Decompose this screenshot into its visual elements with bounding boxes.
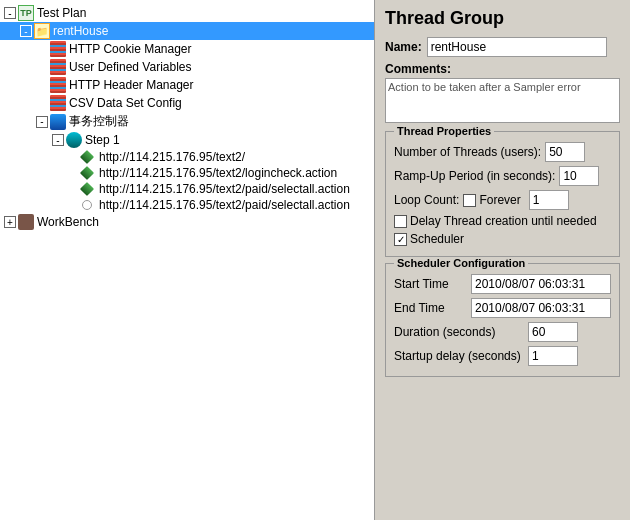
toggle-step1[interactable]: - [52, 134, 64, 146]
delay-checkbox[interactable] [394, 215, 407, 228]
url4-icon [82, 200, 92, 210]
thread-properties-title: Thread Properties [394, 125, 494, 137]
folder-icon: 📁 [34, 23, 50, 39]
tree-item-controller[interactable]: - 事务控制器 [0, 112, 374, 131]
http-cookie-icon [50, 41, 66, 57]
step1-icon [66, 132, 82, 148]
tree-item-workbench[interactable]: + WorkBench [0, 213, 374, 231]
tree-item-url1[interactable]: http://114.215.176.95/text2/ [0, 149, 374, 165]
loopcount-input[interactable] [529, 190, 569, 210]
startup-delay-label: Startup delay (seconds) [394, 349, 524, 363]
starttime-row: Start Time [394, 274, 611, 294]
tree-item-http-cookie[interactable]: HTTP Cookie Manager [0, 40, 374, 58]
url2-icon [80, 166, 94, 180]
tree-item-url2[interactable]: http://114.215.176.95/text2/logincheck.a… [0, 165, 374, 181]
tree-label-csv-data: CSV Data Set Config [69, 96, 182, 110]
tree-item-http-header[interactable]: HTTP Header Manager [0, 76, 374, 94]
name-input[interactable] [427, 37, 607, 57]
scheduler-label: Scheduler [410, 232, 464, 246]
tree-label-url2: http://114.215.176.95/text2/logincheck.a… [99, 166, 337, 180]
right-panel: Thread Group Name: Comments: Action to b… [375, 0, 630, 520]
tree-item-test-plan[interactable]: - TP Test Plan [0, 4, 374, 22]
tree-label-user-vars: User Defined Variables [69, 60, 192, 74]
thread-properties-section: Thread Properties Number of Threads (use… [385, 131, 620, 257]
startup-delay-row: Startup delay (seconds) [394, 346, 611, 366]
url1-icon [80, 150, 94, 164]
threads-label: Number of Threads (users): [394, 145, 541, 159]
tree-item-url4[interactable]: http://114.215.176.95/text2/paid/selecta… [0, 197, 374, 213]
forever-label: Forever [479, 193, 520, 207]
toggle-test-plan[interactable]: - [4, 7, 16, 19]
error-action-box: Action to be taken after a Sampler error [385, 78, 620, 123]
error-action-text: Action to be taken after a Sampler error [388, 81, 581, 93]
rampup-row: Ramp-Up Period (in seconds): [394, 166, 611, 186]
threads-input[interactable] [545, 142, 585, 162]
tree-item-csv-data[interactable]: CSV Data Set Config [0, 94, 374, 112]
delay-label: Delay Thread creation until needed [410, 214, 597, 228]
csv-data-icon [50, 95, 66, 111]
tree-label-controller: 事务控制器 [69, 113, 129, 130]
threads-row: Number of Threads (users): [394, 142, 611, 162]
toggle-rent-house[interactable]: - [20, 25, 32, 37]
tree-item-url3[interactable]: http://114.215.176.95/text2/paid/selecta… [0, 181, 374, 197]
testplan-icon: TP [18, 5, 34, 21]
user-vars-icon [50, 59, 66, 75]
workbench-icon [18, 214, 34, 230]
scheduler-config-section: Scheduler Configuration Start Time End T… [385, 263, 620, 377]
loopcount-label: Loop Count: [394, 193, 459, 207]
scheduler-row: Scheduler [394, 232, 611, 246]
duration-input[interactable] [528, 322, 578, 342]
rampup-input[interactable] [559, 166, 599, 186]
endtime-label: End Time [394, 301, 467, 315]
endtime-input[interactable] [471, 298, 611, 318]
tree-item-user-vars[interactable]: User Defined Variables [0, 58, 374, 76]
delay-row: Delay Thread creation until needed [394, 214, 611, 228]
url3-icon [80, 182, 94, 196]
forever-checkbox[interactable] [463, 194, 476, 207]
rampup-label: Ramp-Up Period (in seconds): [394, 169, 555, 183]
duration-row: Duration (seconds) [394, 322, 611, 342]
toggle-controller[interactable]: - [36, 116, 48, 128]
toggle-workbench[interactable]: + [4, 216, 16, 228]
tree-label-workbench: WorkBench [37, 215, 99, 229]
endtime-row: End Time [394, 298, 611, 318]
tree-label-rent-house: rentHouse [53, 24, 108, 38]
tree-item-rent-house[interactable]: - 📁 rentHouse [0, 22, 374, 40]
tree-label-url3: http://114.215.176.95/text2/paid/selecta… [99, 182, 350, 196]
tree-label-url4: http://114.215.176.95/text2/paid/selecta… [99, 198, 350, 212]
starttime-input[interactable] [471, 274, 611, 294]
loopcount-row: Loop Count: Forever [394, 190, 611, 210]
starttime-label: Start Time [394, 277, 467, 291]
tree-label-url1: http://114.215.176.95/text2/ [99, 150, 245, 164]
tree-panel: - TP Test Plan - 📁 rentHouse HTTP Cookie… [0, 0, 375, 520]
tree-label-http-cookie: HTTP Cookie Manager [69, 42, 192, 56]
tree-item-step1[interactable]: - Step 1 [0, 131, 374, 149]
name-row: Name: [385, 37, 620, 57]
duration-label: Duration (seconds) [394, 325, 524, 339]
tree-label-step1: Step 1 [85, 133, 120, 147]
panel-title: Thread Group [385, 8, 620, 29]
startup-delay-input[interactable] [528, 346, 578, 366]
comments-section: Comments: Action to be taken after a Sam… [385, 62, 620, 123]
name-label: Name: [385, 40, 422, 54]
http-header-icon [50, 77, 66, 93]
comments-label: Comments: [385, 62, 620, 76]
tree-label-test-plan: Test Plan [37, 6, 86, 20]
controller-icon [50, 114, 66, 130]
tree-label-http-header: HTTP Header Manager [69, 78, 194, 92]
scheduler-config-title: Scheduler Configuration [394, 257, 528, 269]
scheduler-checkbox[interactable] [394, 233, 407, 246]
